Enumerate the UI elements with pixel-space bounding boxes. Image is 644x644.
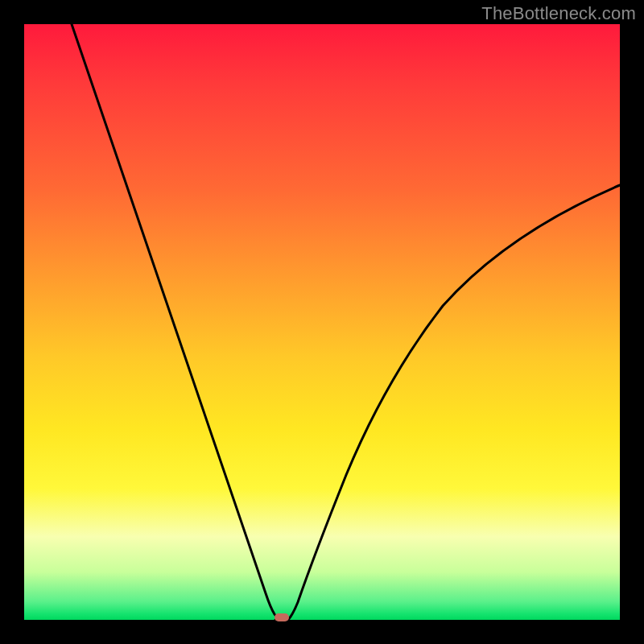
bottleneck-curve [24,24,620,620]
curve-left-branch [72,24,282,620]
curve-right-branch [288,185,620,620]
watermark-text: TheBottleneck.com [481,3,636,24]
chart-frame: TheBottleneck.com [0,0,644,644]
optimal-marker [275,613,289,621]
plot-area [24,24,620,620]
